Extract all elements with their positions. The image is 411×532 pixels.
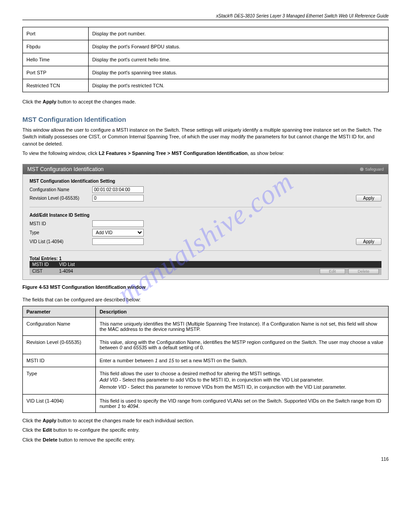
param-desc: This field allows the user to choose a d…	[96, 367, 389, 394]
table-row: Revision Level (0-65535) This value, alo…	[23, 335, 389, 354]
mst-setting-title: MST Configuration Identification Setting	[30, 179, 381, 184]
col-vid-list: VID List	[56, 261, 135, 268]
delete-button[interactable]: Delete	[348, 269, 379, 274]
col-parameter: Parameter	[23, 306, 96, 317]
table-row: Port STPDisplay the port's spanning tree…	[23, 66, 389, 79]
definitions-table: PortDisplay the port number. FbpduDispla…	[22, 27, 389, 92]
table-row: FbpduDisplay the port's Forward BPDU sta…	[23, 40, 389, 53]
parameters-table: Parameter Description Configuration Name…	[22, 306, 389, 413]
instance-setting-title: Add/Edit Instance ID Setting	[30, 213, 381, 218]
table-row: Type This field allows the user to choos…	[23, 367, 389, 394]
page-number: 116	[22, 457, 389, 462]
divider	[30, 207, 381, 207]
table-row: MSTI ID Enter a number between 1 and 15 …	[23, 354, 389, 367]
table-row: Configuration Name This name uniquely id…	[23, 317, 389, 335]
vid-list-label: VID List (1-4094)	[30, 239, 92, 244]
param-name: MSTI ID	[23, 354, 96, 367]
panel-title: MST Configuration Identification	[27, 166, 104, 172]
footer-note: Click the Edit button to re-configure th…	[22, 427, 389, 433]
param-name: VID List (1-4094)	[23, 394, 96, 412]
apply-button[interactable]: Apply	[356, 238, 381, 245]
vid-list-input[interactable]	[92, 238, 144, 245]
edit-button[interactable]: Edit	[320, 269, 346, 274]
table-row: CIST 1-4094 Edit Delete	[30, 268, 381, 275]
footer-note: Click the Apply button to accept the cha…	[22, 417, 389, 424]
safeguard-badge: Safeguard	[360, 167, 384, 172]
param-name: Type	[23, 367, 96, 394]
config-name-label: Configuration Name	[30, 187, 92, 192]
cell-term: Fbpdu	[23, 40, 89, 53]
cell-def: Display the port number.	[89, 27, 389, 40]
cell-def: Display the port's restricted TCN.	[89, 79, 389, 92]
type-label: Type	[30, 230, 92, 235]
param-intro: The fields that can be configured are de…	[22, 296, 389, 303]
msti-id-input[interactable]	[92, 220, 144, 227]
nav-path-paragraph: To view the following window, click L2 F…	[22, 150, 389, 157]
col-msti-id: MSTI ID	[30, 261, 56, 268]
param-name: Configuration Name	[23, 317, 96, 335]
apply-button[interactable]: Apply	[356, 195, 381, 202]
type-select[interactable]: Add VID	[92, 229, 144, 236]
table-row: PortDisplay the port number.	[23, 27, 389, 40]
table-row: Hello TimeDisplay the port's current hel…	[23, 53, 389, 66]
param-desc: This value, along with the Configuration…	[96, 335, 389, 354]
entries-table: MSTI ID VID List CIST 1-4094 Edit Delete	[30, 261, 381, 275]
cell-def: Display the port's Forward BPDU status.	[89, 40, 389, 53]
revision-level-label: Revision Level (0-65535)	[30, 196, 92, 201]
panel-titlebar: MST Configuration Identification Safegua…	[23, 164, 388, 174]
param-desc: This name uniquely identifies the MSTI (…	[96, 317, 389, 335]
page-header: xStack® DES-3810 Series Layer 3 Managed …	[22, 13, 389, 20]
cell-term: Restricted TCN	[23, 79, 89, 92]
cell-def: Display the port's spanning tree status.	[89, 66, 389, 79]
table-row: Restricted TCNDisplay the port's restric…	[23, 79, 389, 92]
cell-term: Port STP	[23, 66, 89, 79]
cell-def: Display the port's current hello time.	[89, 53, 389, 66]
cell-vidlist: 1-4094	[56, 268, 135, 275]
revision-level-input[interactable]	[92, 195, 144, 202]
cell-msti: CIST	[30, 268, 56, 275]
cell-term: Hello Time	[23, 53, 89, 66]
msti-id-label: MSTI ID	[30, 221, 92, 226]
param-name: Revision Level (0-65535)	[23, 335, 96, 354]
section-paragraph: This window allows the user to configure…	[22, 127, 389, 147]
divider	[30, 250, 381, 251]
col-description: Description	[96, 306, 389, 317]
table-row: VID List (1-4094) This field is used to …	[23, 394, 389, 412]
safeguard-icon	[360, 167, 364, 171]
config-name-input[interactable]	[92, 186, 144, 193]
param-desc: This field is used to specify the VID ra…	[96, 394, 389, 412]
param-desc: Enter a number between 1 and 15 to set a…	[96, 354, 389, 367]
total-entries: Total Entries: 1	[30, 256, 381, 261]
apply-note: Click the Apply button to accept the cha…	[22, 99, 389, 104]
figure-caption: Figure 4-53 MST Configuration Identifica…	[22, 284, 389, 290]
mst-config-screenshot: MST Configuration Identification Safegua…	[22, 164, 389, 280]
section-heading: MST Configuration Identification	[22, 116, 389, 123]
footer-note: Click the Delete button to remove the sp…	[22, 437, 389, 443]
cell-term: Port	[23, 27, 89, 40]
